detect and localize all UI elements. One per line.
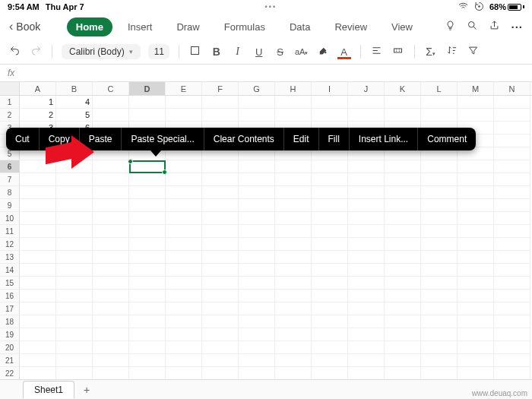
cell[interactable] [239, 109, 275, 122]
cell[interactable] [129, 341, 166, 354]
cell[interactable] [458, 354, 494, 367]
cell[interactable] [494, 109, 530, 122]
cell[interactable] [421, 238, 458, 251]
cell[interactable] [385, 341, 421, 354]
cell[interactable] [202, 238, 239, 251]
cell[interactable] [202, 173, 239, 186]
cell[interactable] [20, 251, 56, 264]
tab-review[interactable]: Review [325, 17, 376, 36]
cell[interactable] [494, 354, 530, 367]
font-size-picker[interactable]: 11 [148, 44, 169, 59]
cell[interactable] [312, 302, 348, 315]
cell[interactable] [56, 238, 93, 251]
font-color-icon[interactable]: A [337, 46, 351, 58]
cell[interactable] [56, 264, 93, 277]
cell[interactable] [348, 354, 385, 367]
cell[interactable] [458, 199, 494, 212]
cell[interactable] [458, 96, 494, 109]
row-header[interactable]: 13 [0, 251, 20, 264]
cell[interactable] [348, 212, 385, 225]
italic-icon[interactable]: I [231, 46, 245, 58]
tab-data[interactable]: Data [280, 17, 319, 36]
underline-icon[interactable]: U [252, 46, 266, 58]
cell[interactable] [385, 277, 421, 290]
cell[interactable] [458, 173, 494, 186]
cell[interactable] [166, 315, 202, 328]
cell[interactable] [275, 277, 312, 290]
cell[interactable] [421, 277, 458, 290]
sheet-tab[interactable]: Sheet1 [23, 381, 74, 398]
cell[interactable] [20, 212, 56, 225]
cell[interactable] [458, 328, 494, 341]
cell[interactable] [20, 354, 56, 367]
cell[interactable] [458, 315, 494, 328]
cell[interactable]: 4 [56, 96, 93, 109]
filter-icon[interactable] [467, 45, 480, 59]
cell[interactable] [312, 354, 348, 367]
cell[interactable] [385, 212, 421, 225]
cell[interactable] [239, 290, 275, 302]
cell[interactable] [129, 290, 166, 302]
cell[interactable] [239, 238, 275, 251]
col-header[interactable]: K [385, 82, 421, 95]
cell[interactable] [348, 315, 385, 328]
row-header[interactable]: 10 [0, 212, 20, 225]
cell[interactable] [166, 109, 202, 122]
cell[interactable] [239, 264, 275, 277]
cell[interactable] [129, 277, 166, 290]
cell[interactable] [166, 199, 202, 212]
cell[interactable] [93, 264, 129, 277]
cell[interactable] [421, 212, 458, 225]
cell[interactable] [202, 354, 239, 367]
cell[interactable] [56, 328, 93, 341]
cell[interactable] [494, 199, 530, 212]
cell[interactable] [93, 341, 129, 354]
cell[interactable] [202, 264, 239, 277]
cell[interactable] [348, 238, 385, 251]
row-header[interactable]: 19 [0, 328, 20, 341]
cell[interactable] [275, 173, 312, 186]
cell[interactable] [93, 315, 129, 328]
cell[interactable] [166, 173, 202, 186]
tab-insert[interactable]: Insert [119, 17, 162, 36]
font-picker[interactable]: Calibri (Body) ▾ [62, 44, 141, 59]
cell[interactable]: 5 [56, 109, 93, 122]
cell[interactable] [93, 225, 129, 238]
col-header[interactable]: M [458, 82, 494, 95]
cell[interactable] [239, 302, 275, 315]
cell[interactable] [458, 264, 494, 277]
cell[interactable] [312, 367, 348, 380]
cell[interactable] [239, 315, 275, 328]
col-header[interactable]: C [93, 82, 129, 95]
cell[interactable] [129, 173, 166, 186]
cell[interactable] [56, 290, 93, 302]
more-icon[interactable]: ··· [511, 21, 523, 33]
cell[interactable] [275, 264, 312, 277]
row-header[interactable]: 8 [0, 186, 20, 199]
cell[interactable] [385, 160, 421, 173]
cell[interactable] [494, 341, 530, 354]
cell[interactable] [348, 173, 385, 186]
cell[interactable] [56, 199, 93, 212]
cell[interactable] [494, 225, 530, 238]
cell[interactable] [348, 109, 385, 122]
col-header[interactable]: H [275, 82, 312, 95]
cell[interactable] [385, 199, 421, 212]
cell[interactable] [166, 212, 202, 225]
ctx-insert-link[interactable]: Insert Link... [350, 128, 418, 150]
row-header[interactable]: 11 [0, 225, 20, 238]
cell[interactable] [239, 225, 275, 238]
cell[interactable] [494, 186, 530, 199]
row-header[interactable]: 22 [0, 367, 20, 380]
selection-handle-icon[interactable] [162, 169, 167, 175]
cell[interactable] [348, 290, 385, 302]
cell[interactable] [239, 160, 275, 173]
share-icon[interactable] [489, 20, 500, 33]
cell[interactable] [348, 328, 385, 341]
cell[interactable] [93, 290, 129, 302]
cell[interactable] [275, 315, 312, 328]
cell[interactable] [20, 290, 56, 302]
cell[interactable] [166, 96, 202, 109]
cell[interactable] [239, 354, 275, 367]
add-sheet-button[interactable]: + [78, 384, 96, 396]
